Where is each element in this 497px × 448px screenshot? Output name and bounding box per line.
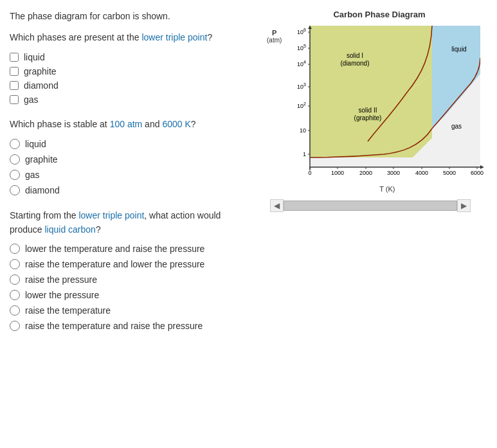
q1-label-graphite: graphite	[24, 66, 57, 76]
chart-container: Carbon Phase Diagram P (atm)	[267, 10, 492, 193]
q1-label-liquid: liquid	[24, 52, 45, 62]
q3-label-3: raise the pressure	[25, 274, 97, 285]
q2-radio-graphite[interactable]	[10, 154, 20, 165]
q1-checkbox-diamond[interactable]	[10, 81, 19, 90]
q3-radio-5[interactable]	[10, 305, 20, 316]
q1-option-liquid[interactable]: liquid	[10, 52, 254, 62]
question3-text: Starting from the lower triple point, wh…	[10, 208, 254, 237]
q2-radio-gas[interactable]	[10, 170, 20, 180]
q2-radio-group: liquid graphite gas diamond	[10, 139, 254, 195]
q3-option-1[interactable]: lower the temperature and raise the pres…	[10, 244, 254, 254]
solid2-label: solid II	[359, 107, 377, 114]
x-tick-2000: 2000	[359, 170, 372, 176]
q1-checkbox-graphite[interactable]	[10, 67, 19, 76]
chart-title: Carbon Phase Diagram	[267, 10, 492, 19]
x-tick-4000: 4000	[415, 170, 428, 176]
question1-text: Which phases are present at the lower tr…	[10, 31, 254, 44]
q3-option-5[interactable]: raise the temperature	[10, 305, 254, 316]
solid2-sublabel: (graphite)	[354, 114, 382, 121]
y-tick-10: 10	[300, 127, 306, 134]
y-axis-unit: (atm)	[267, 37, 282, 44]
question2-text: Which phase is stable at 100 atm and 600…	[10, 118, 254, 131]
q3-option-6[interactable]: raise the temperature and raise the pres…	[10, 321, 254, 331]
q2-label-graphite: graphite	[25, 154, 58, 165]
q1-text-before: Which phases are present at the	[10, 32, 141, 42]
chart-section: Carbon Phase Diagram P (atm)	[267, 10, 492, 344]
solid1-sublabel: (diamond)	[341, 60, 370, 67]
x-tick-1000: 1000	[331, 170, 344, 176]
q1-option-gas[interactable]: gas	[10, 94, 254, 105]
solid1-label: solid I	[347, 52, 363, 59]
q2-option-graphite[interactable]: graphite	[10, 154, 254, 165]
y-tick-1e4: 104	[297, 60, 306, 67]
gas-label: gas	[451, 123, 462, 130]
q3-radio-2[interactable]	[10, 259, 20, 269]
q3-label-1: lower the temperature and raise the pres…	[25, 244, 204, 254]
q2-highlight1: 100 atm	[110, 119, 143, 129]
q1-checkbox-group: liquid graphite diamond gas	[10, 52, 254, 105]
q3-label-4: lower the pressure	[25, 290, 99, 300]
x-tick-0: 0	[309, 170, 312, 176]
q2-label-diamond: diamond	[25, 185, 60, 195]
q2-option-diamond[interactable]: diamond	[10, 185, 254, 195]
q3-option-4[interactable]: lower the pressure	[10, 290, 254, 300]
phase-diagram-svg: 106 105 104 103	[284, 22, 490, 186]
q2-label-gas: gas	[25, 170, 40, 180]
liquid-label: liquid	[452, 46, 467, 53]
question3-section: Starting from the lower triple point, wh…	[10, 208, 254, 331]
q1-checkbox-gas[interactable]	[10, 95, 19, 104]
q3-line2: , what action would	[144, 210, 221, 220]
q2-option-liquid[interactable]: liquid	[10, 139, 254, 149]
y-axis-label-p: P	[272, 29, 276, 37]
q3-radio-group: lower the temperature and raise the pres…	[10, 244, 254, 331]
q2-text-before: Which phase is stable at	[10, 119, 110, 129]
q3-radio-4[interactable]	[10, 290, 20, 300]
q1-label-diamond: diamond	[24, 80, 59, 91]
x-tick-6000: 6000	[471, 170, 483, 176]
y-tick-1e6: 106	[297, 28, 306, 35]
q1-label-gas: gas	[24, 94, 39, 105]
question1-section: Which phases are present at the lower tr…	[10, 31, 254, 105]
scroll-right-arrow[interactable]: ▶	[457, 199, 471, 212]
q2-text2: and	[142, 119, 162, 129]
q1-checkbox-liquid[interactable]	[10, 53, 19, 62]
q3-label-6: raise the temperature and raise the pres…	[25, 321, 203, 331]
q3-label-5: raise the temperature	[25, 305, 111, 316]
q1-text-after: ?	[207, 32, 212, 42]
q2-option-gas[interactable]: gas	[10, 170, 254, 180]
q3-option-2[interactable]: raise the temperature and lower the pres…	[10, 259, 254, 269]
question2-section: Which phase is stable at 100 atm and 600…	[10, 118, 254, 195]
q3-line3: produce	[10, 224, 44, 235]
y-tick-1e5: 105	[297, 44, 306, 51]
scroll-left-arrow[interactable]: ◀	[270, 199, 284, 212]
q3-highlight1: lower triple point	[78, 210, 144, 220]
x-tick-3000: 3000	[387, 170, 400, 176]
y-tick-1e3: 103	[297, 82, 306, 90]
q2-radio-diamond[interactable]	[10, 185, 20, 195]
q3-radio-6[interactable]	[10, 321, 20, 331]
q2-label-liquid: liquid	[25, 139, 46, 149]
q3-radio-1[interactable]	[10, 244, 20, 254]
q3-option-3[interactable]: raise the pressure	[10, 274, 254, 285]
y-tick-1e2: 102	[297, 102, 306, 109]
scroll-track[interactable]	[284, 201, 457, 211]
q3-line1: Starting from the	[10, 210, 78, 220]
scrollbar-container: ◀ ▶	[267, 199, 492, 212]
q3-label-2: raise the temperature and lower the pres…	[25, 259, 204, 269]
q1-option-diamond[interactable]: diamond	[10, 80, 254, 91]
q2-radio-liquid[interactable]	[10, 139, 20, 149]
y-tick-1: 1	[303, 151, 306, 157]
q3-line4: ?	[96, 224, 101, 235]
q2-highlight2: 6000 K	[162, 119, 190, 129]
q1-highlight: lower triple point	[141, 32, 207, 42]
q1-option-graphite[interactable]: graphite	[10, 66, 254, 76]
intro-text: The phase diagram for carbon is shown.	[10, 10, 254, 23]
q3-highlight2: liquid carbon	[44, 224, 95, 235]
svg-marker-10	[480, 165, 483, 169]
q2-text3: ?	[191, 119, 196, 129]
q3-radio-3[interactable]	[10, 274, 20, 285]
x-tick-5000: 5000	[443, 170, 456, 176]
